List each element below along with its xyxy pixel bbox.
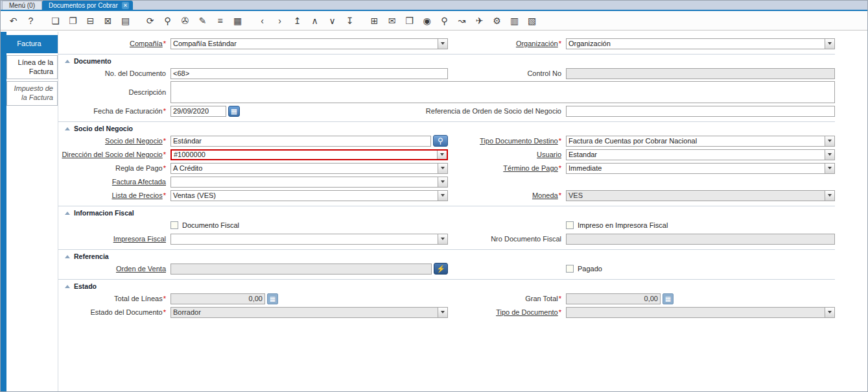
sidebar-tab-linea-factura[interactable]: Línea de la Factura — [6, 55, 58, 80]
section-documento-header[interactable]: Documento — [65, 57, 835, 65]
lock-icon[interactable]: ◉ — [419, 13, 435, 28]
factura-afectada-label: Factura Afectada — [58, 178, 167, 186]
dropdown-icon[interactable] — [825, 39, 834, 49]
socio-search-button[interactable]: ⚲ — [433, 135, 448, 147]
orden-venta-zoom-button[interactable]: ⚡ — [434, 263, 448, 275]
organizacion-label: Organización* — [451, 40, 563, 47]
sidebar-tab-factura[interactable]: Factura — [1, 35, 58, 53]
mail-icon[interactable]: ✉ — [384, 13, 400, 28]
referencia-orden-input[interactable] — [566, 106, 835, 117]
lista-precios-select[interactable]: Ventas (VES) — [170, 190, 448, 201]
tipo-documento-destino-select[interactable]: Factura de Cuentas por Cobrar Nacional — [566, 136, 835, 147]
form-icon[interactable]: ⊞ — [366, 13, 382, 28]
fecha-facturacion-input[interactable] — [170, 106, 226, 117]
request-icon[interactable]: ✈ — [471, 13, 487, 28]
sidebar: Factura Línea de la Factura Impuesto de … — [1, 32, 58, 391]
archive-icon[interactable]: ▧ — [524, 13, 540, 28]
dropdown-icon[interactable] — [438, 177, 447, 187]
dropdown-icon[interactable] — [438, 234, 447, 244]
calendar-icon[interactable]: ▦ — [229, 13, 246, 28]
total-lineas-input — [170, 293, 265, 304]
workflow-icon[interactable]: ↝ — [454, 13, 470, 28]
section-documento: Documento No. del Documento Control No D… — [58, 54, 835, 117]
impreso-impresora-checkbox[interactable] — [566, 221, 574, 229]
zoom-across-icon[interactable]: ⚲ — [436, 13, 452, 28]
dropdown-icon[interactable] — [825, 308, 834, 317]
row-direccion-usuario: Dirección del Socio del Negocio* #100000… — [58, 149, 835, 160]
usuario-select[interactable]: Estandar — [566, 149, 835, 160]
tipo-documento-select[interactable] — [566, 307, 835, 318]
save-icon[interactable]: ▤ — [117, 13, 134, 28]
collapse-icon[interactable] — [65, 60, 70, 63]
find-icon[interactable]: ⚲ — [159, 13, 176, 28]
report-icon[interactable]: ▥ — [506, 13, 522, 28]
detail-record-icon[interactable]: › — [272, 13, 288, 28]
undo-icon[interactable]: ↶ — [5, 13, 21, 28]
direccion-socio-select[interactable]: #1000000 — [170, 149, 448, 160]
tab-menu[interactable]: Menú (0) — [2, 1, 42, 10]
control-no-label: Control No — [451, 69, 563, 77]
new-record-icon[interactable]: ❏ — [47, 13, 64, 28]
attachment-icon[interactable]: ✇ — [177, 13, 193, 28]
section-fiscal: Informacion Fiscal Documento Fiscal Impr… — [58, 206, 835, 245]
calendar-button[interactable]: ▦ — [228, 106, 240, 117]
section-estado-header[interactable]: Estado — [65, 282, 835, 290]
descripcion-textarea[interactable] — [170, 81, 835, 103]
socio-negocio-label: Socio del Negocio* — [58, 137, 167, 145]
regla-pago-select[interactable]: A Crédito — [170, 163, 448, 174]
row-lista-moneda: Lista de Precios* Ventas (VES) Moneda* V… — [58, 190, 835, 201]
pagado-checkbox[interactable] — [566, 265, 574, 273]
delete-selection-icon[interactable]: ⊠ — [100, 13, 116, 28]
section-referencia-header[interactable]: Referencia — [65, 252, 835, 260]
dropdown-icon[interactable] — [438, 164, 447, 173]
previous-record-icon[interactable]: ∧ — [307, 13, 323, 28]
copy-record-icon[interactable]: ❐ — [65, 13, 81, 28]
refresh-icon[interactable]: ⟳ — [142, 13, 158, 28]
help-icon[interactable]: ? — [23, 13, 39, 28]
tab-documentos-por-cobrar[interactable]: Documentos por Cobrar ✕ — [42, 1, 133, 10]
lista-precios-label: Lista de Precios* — [58, 191, 167, 199]
socio-negocio-input[interactable] — [170, 136, 431, 147]
compania-select[interactable]: Compañía Estándar — [170, 38, 448, 49]
collapse-icon[interactable] — [65, 255, 70, 258]
section-socio-header[interactable]: Socio del Negocio — [65, 125, 835, 132]
documento-fiscal-label: Documento Fiscal — [182, 221, 239, 229]
sidebar-tab-impuesto-factura[interactable]: Impuesto de la Factura — [6, 81, 58, 106]
documento-fiscal-checkbox[interactable] — [170, 221, 178, 229]
no-documento-label: No. del Documento — [58, 69, 167, 77]
first-record-icon[interactable]: ↥ — [289, 13, 305, 28]
print-icon[interactable]: ❒ — [401, 13, 417, 28]
factura-afectada-select[interactable] — [170, 177, 448, 188]
section-fiscal-header[interactable]: Informacion Fiscal — [65, 209, 835, 217]
impresora-fiscal-select[interactable] — [170, 234, 448, 245]
dropdown-icon[interactable] — [438, 191, 447, 201]
calculator-icon[interactable]: ▦ — [663, 293, 674, 304]
organizacion-select[interactable]: Organización — [566, 38, 835, 49]
dropdown-icon[interactable] — [438, 39, 447, 49]
grid-toggle-icon[interactable]: ≡ — [212, 13, 228, 28]
collapse-icon[interactable] — [65, 212, 70, 215]
pagado-label: Pagado — [578, 265, 602, 273]
dropdown-icon[interactable] — [825, 150, 834, 160]
parent-record-icon[interactable]: ‹ — [254, 13, 270, 28]
toolbar: ↶?❏❐⊟⊠▤⟳⚲✇✎≡▦‹›↥∧∨↧⊞✉❒◉⚲↝✈⚙▥▧ — [1, 11, 867, 31]
dropdown-icon[interactable] — [825, 164, 834, 173]
row-nodoc-control: No. del Documento Control No — [58, 67, 835, 79]
collapse-icon[interactable] — [65, 127, 70, 130]
no-documento-input[interactable] — [170, 68, 448, 79]
next-record-icon[interactable]: ∨ — [324, 13, 340, 28]
direccion-socio-label: Dirección del Socio del Negocio* — [58, 151, 167, 158]
chat-icon[interactable]: ✎ — [194, 13, 211, 28]
dropdown-icon[interactable] — [437, 151, 447, 159]
termino-pago-select[interactable]: Immediate — [566, 163, 835, 174]
delete-record-icon[interactable]: ⊟ — [82, 13, 99, 28]
close-icon[interactable]: ✕ — [122, 2, 129, 9]
dropdown-icon[interactable] — [825, 136, 834, 146]
last-record-icon[interactable]: ↧ — [342, 13, 358, 28]
calculator-icon[interactable]: ▦ — [267, 293, 278, 304]
dropdown-icon — [825, 191, 834, 201]
collapse-icon[interactable] — [65, 285, 70, 288]
preferences-icon[interactable]: ⚙ — [489, 13, 505, 28]
orden-venta-input — [170, 263, 432, 275]
row-fecha-referencia: Fecha de Facturación* ▦ Referencia de Or… — [58, 105, 835, 117]
